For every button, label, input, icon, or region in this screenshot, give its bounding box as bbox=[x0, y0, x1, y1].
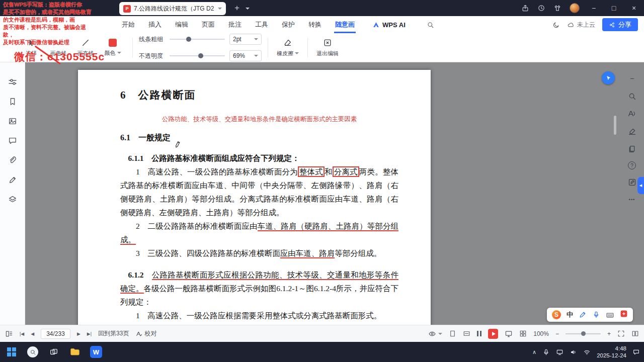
menu-item-批注[interactable]: 批注 bbox=[227, 16, 243, 33]
menu-item-随意画[interactable]: 随意画 bbox=[334, 16, 356, 33]
tray-chevron-up-icon[interactable]: ∧ bbox=[532, 349, 536, 355]
sogou-logo-icon[interactable]: S bbox=[552, 310, 561, 319]
tray-speaker-icon[interactable] bbox=[570, 348, 577, 356]
user-avatar[interactable] bbox=[570, 3, 580, 13]
annotation-settings-icon[interactable] bbox=[7, 76, 18, 87]
menu-item-保护[interactable]: 保护 bbox=[281, 16, 296, 33]
thumbnail-panel-icon[interactable] bbox=[5, 330, 13, 338]
zoom-in-button[interactable]: + bbox=[607, 330, 611, 337]
wps-app-button[interactable]: W bbox=[90, 345, 103, 358]
layers-icon[interactable] bbox=[7, 194, 18, 205]
read-aloud-icon[interactable] bbox=[627, 109, 637, 119]
zoom-slider[interactable] bbox=[566, 333, 601, 334]
wps-logo-icon: W bbox=[90, 346, 102, 358]
more-tools-icon[interactable]: ••• bbox=[627, 195, 637, 205]
voice-input-icon[interactable] bbox=[592, 311, 600, 319]
opacity-select[interactable]: 69% bbox=[229, 50, 262, 61]
page-indicator[interactable]: 34/233 bbox=[41, 329, 70, 339]
draw-line-tool[interactable]: 画直线 bbox=[72, 38, 99, 57]
signature-icon[interactable] bbox=[627, 126, 637, 136]
start-button[interactable] bbox=[5, 345, 18, 358]
taskbar-search[interactable] bbox=[26, 345, 39, 358]
task-view-button[interactable] bbox=[47, 345, 60, 358]
image-annotation-icon[interactable] bbox=[7, 116, 18, 127]
annotate-icon[interactable] bbox=[627, 177, 637, 187]
menu-item-页面[interactable]: 页面 bbox=[201, 16, 216, 33]
menu-item-开始[interactable]: 开始 bbox=[121, 16, 136, 33]
keyboard-icon[interactable] bbox=[606, 311, 614, 319]
line-width-knob[interactable] bbox=[186, 37, 191, 42]
back-to-page-link[interactable]: 回到第33页 bbox=[98, 329, 129, 338]
presentation-icon[interactable] bbox=[505, 330, 513, 338]
collapse-toolbar-icon[interactable]: − bbox=[627, 73, 637, 83]
tab-list-chevron-icon[interactable] bbox=[246, 8, 250, 10]
menu-item-工具[interactable]: 工具 bbox=[254, 16, 269, 33]
new-tab-button[interactable]: + bbox=[231, 0, 243, 16]
comment-icon[interactable] bbox=[7, 135, 18, 146]
first-page-button[interactable]: |◀ bbox=[20, 331, 24, 336]
select-tool[interactable]: 选择 bbox=[18, 38, 45, 57]
upload-icon[interactable] bbox=[521, 4, 529, 12]
proofread-label: 校对 bbox=[144, 329, 156, 338]
exit-edit-label: 退出编辑 bbox=[316, 50, 339, 57]
menu-item-转换[interactable]: 转换 bbox=[307, 16, 323, 33]
fit-page-icon[interactable] bbox=[449, 330, 456, 337]
tray-mic-icon[interactable] bbox=[542, 348, 550, 356]
eraser-tool[interactable]: 橡皮擦 bbox=[274, 38, 301, 57]
notification-icon[interactable] bbox=[632, 348, 640, 356]
taskbar-clock[interactable]: 4:48 2025-12-24 bbox=[597, 345, 626, 359]
two-page-icon[interactable] bbox=[631, 330, 639, 337]
fit-width-icon[interactable] bbox=[463, 330, 470, 337]
cloud-status[interactable]: 未上云 bbox=[567, 21, 595, 29]
tray-display-icon[interactable] bbox=[556, 348, 564, 356]
file-explorer-button[interactable] bbox=[68, 345, 82, 358]
skin-icon[interactable] bbox=[553, 4, 561, 12]
ribbon-separator bbox=[132, 38, 133, 58]
document-viewport[interactable]: 6 公路横断面公路功能、技术等级、交通量和地形条件是确定横断面形式的主要因素6.… bbox=[25, 62, 644, 325]
attachment-icon[interactable] bbox=[7, 155, 18, 166]
minimize-button[interactable]: − bbox=[584, 0, 604, 16]
history-icon[interactable] bbox=[537, 4, 545, 12]
assistant-bubble[interactable] bbox=[602, 71, 615, 84]
line-width-slider[interactable] bbox=[170, 39, 225, 40]
maximize-button[interactable]: □ bbox=[604, 0, 624, 16]
menu-item-编辑[interactable]: 编辑 bbox=[174, 16, 189, 33]
view-mode-button[interactable] bbox=[428, 330, 442, 338]
previous-page-button[interactable]: ◀ bbox=[31, 331, 34, 336]
proofread-button[interactable]: 校对 bbox=[135, 329, 156, 338]
tab-chevron-down-icon[interactable] bbox=[218, 8, 222, 10]
bookmark-icon[interactable] bbox=[7, 96, 18, 107]
line-width-select[interactable]: 2pt bbox=[229, 34, 262, 45]
document-tab[interactable]: P 7.公路路线设计规范（JTG D2 bbox=[119, 2, 226, 15]
pen-annotation-icon[interactable] bbox=[7, 174, 18, 186]
last-page-button[interactable]: ▶| bbox=[87, 331, 92, 336]
share-button[interactable]: 分享 bbox=[602, 18, 638, 31]
close-button[interactable]: × bbox=[624, 0, 644, 16]
copy-page-icon[interactable] bbox=[627, 144, 637, 154]
zoom-out-button[interactable]: − bbox=[555, 330, 559, 337]
exit-edit-tool[interactable]: 退出编辑 bbox=[314, 38, 341, 57]
fullscreen-icon[interactable] bbox=[617, 330, 625, 337]
draw-curve-tool[interactable]: 画曲线 bbox=[45, 38, 72, 57]
opacity-slider[interactable] bbox=[170, 55, 225, 56]
next-page-button[interactable]: ▶ bbox=[77, 331, 80, 336]
grid-view-icon[interactable] bbox=[519, 330, 527, 337]
help-icon[interactable]: ? bbox=[628, 161, 636, 169]
tray-network-icon[interactable] bbox=[583, 348, 591, 356]
search-icon[interactable] bbox=[427, 21, 434, 29]
zoom-knob[interactable] bbox=[581, 331, 586, 336]
zoom-value[interactable]: 100% bbox=[533, 330, 549, 337]
wps-ai-menu[interactable]: WPS AI bbox=[372, 21, 406, 29]
toolbox-icon[interactable] bbox=[620, 310, 628, 320]
pause-icon[interactable] bbox=[477, 331, 481, 336]
ime-language-toggle[interactable]: 中 bbox=[567, 310, 573, 319]
find-icon[interactable] bbox=[627, 91, 637, 101]
handwriting-icon[interactable] bbox=[579, 311, 587, 319]
menu-item-插入[interactable]: 插入 bbox=[147, 16, 163, 33]
color-tool[interactable]: 颜色 bbox=[99, 39, 126, 57]
opacity-knob[interactable] bbox=[198, 53, 203, 58]
play-button[interactable] bbox=[488, 329, 498, 339]
theme-icon[interactable] bbox=[552, 21, 560, 29]
document-scrollbar[interactable] bbox=[614, 116, 616, 135]
edge-panel-tab[interactable]: ◀ bbox=[637, 177, 644, 194]
